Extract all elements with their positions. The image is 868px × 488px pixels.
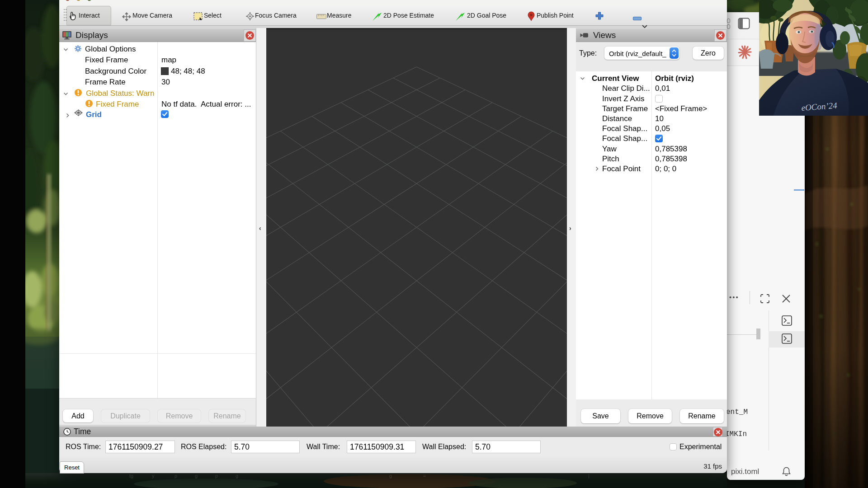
svg-text:p: p xyxy=(175,473,177,479)
svg-text:g: g xyxy=(195,473,198,479)
svg-text:p: p xyxy=(215,473,218,479)
svg-text:g: g xyxy=(236,473,238,479)
svg-text:|: | xyxy=(588,473,590,479)
svg-text:g: g xyxy=(389,473,392,479)
svg-text:y: y xyxy=(152,473,155,479)
svg-text:=: = xyxy=(423,473,426,479)
svg-text:tg: tg xyxy=(129,473,133,479)
